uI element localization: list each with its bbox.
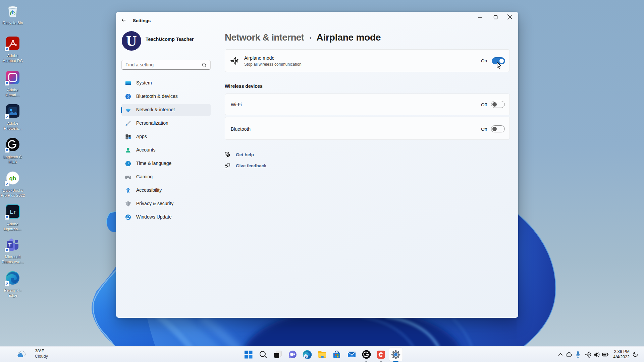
svg-text:qb: qb (9, 175, 16, 182)
svg-text:Lr: Lr (10, 209, 16, 215)
svg-text:U: U (305, 355, 307, 358)
